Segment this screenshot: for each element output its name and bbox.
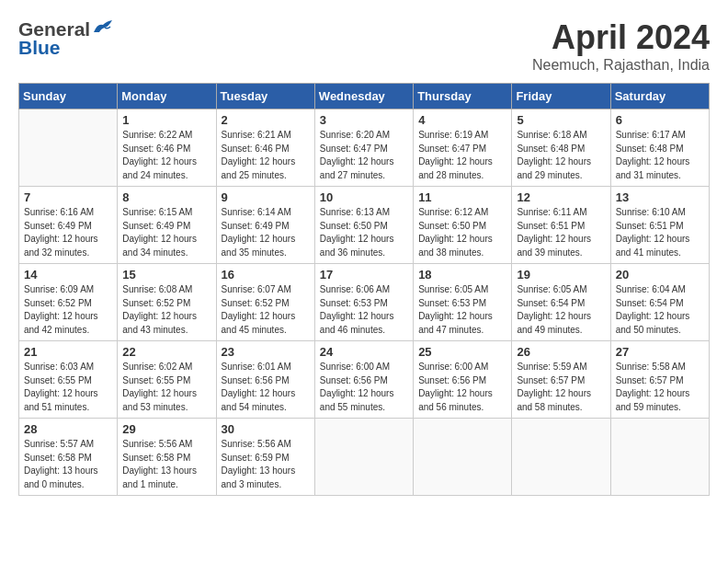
day-number: 10 [320,190,408,204]
calendar-cell: 3Sunrise: 6:20 AM Sunset: 6:47 PM Daylig… [314,109,413,187]
calendar-cell: 18Sunrise: 6:05 AM Sunset: 6:53 PM Dayli… [414,264,512,341]
calendar-cell: 25Sunrise: 6:00 AM Sunset: 6:56 PM Dayli… [414,341,512,419]
day-number: 13 [616,190,704,204]
day-info: Sunrise: 6:12 AM Sunset: 6:50 PM Dayligh… [418,206,506,259]
day-info: Sunrise: 6:21 AM Sunset: 6:46 PM Dayligh… [222,129,310,182]
column-header-wednesday: Wednesday [314,84,413,109]
day-info: Sunrise: 6:00 AM Sunset: 6:56 PM Dayligh… [418,361,506,414]
week-row-5: 28Sunrise: 5:57 AM Sunset: 6:58 PM Dayli… [19,419,710,496]
day-info: Sunrise: 6:14 AM Sunset: 6:49 PM Dayligh… [222,206,310,259]
week-row-4: 21Sunrise: 6:03 AM Sunset: 6:55 PM Dayli… [19,341,710,419]
calendar-header-row: SundayMondayTuesdayWednesdayThursdayFrid… [19,84,710,109]
day-number: 14 [24,268,112,282]
day-info: Sunrise: 6:05 AM Sunset: 6:53 PM Dayligh… [418,283,506,337]
calendar-cell: 16Sunrise: 6:07 AM Sunset: 6:52 PM Dayli… [216,264,314,341]
day-number: 9 [222,190,310,204]
day-number: 18 [418,268,506,282]
week-row-2: 7Sunrise: 6:16 AM Sunset: 6:49 PM Daylig… [19,187,710,264]
day-info: Sunrise: 6:04 AM Sunset: 6:54 PM Dayligh… [616,283,704,337]
week-row-1: 1Sunrise: 6:22 AM Sunset: 6:46 PM Daylig… [19,109,710,187]
calendar-cell: 24Sunrise: 6:00 AM Sunset: 6:56 PM Dayli… [314,341,413,419]
day-number: 15 [122,268,210,282]
calendar-cell [414,419,512,496]
calendar-cell: 2Sunrise: 6:21 AM Sunset: 6:46 PM Daylig… [216,109,314,187]
day-number: 19 [517,268,605,282]
day-number: 29 [122,422,210,436]
day-number: 16 [222,268,310,282]
calendar-cell: 20Sunrise: 6:04 AM Sunset: 6:54 PM Dayli… [610,264,709,341]
day-number: 30 [222,422,310,436]
calendar-cell: 29Sunrise: 5:56 AM Sunset: 6:58 PM Dayli… [118,419,216,496]
calendar-cell [314,419,413,496]
day-number: 1 [122,113,210,127]
logo-bird-icon [92,19,112,36]
calendar-cell: 13Sunrise: 6:10 AM Sunset: 6:51 PM Dayli… [610,187,709,264]
day-number: 22 [122,345,210,359]
day-info: Sunrise: 6:13 AM Sunset: 6:50 PM Dayligh… [320,206,408,259]
day-number: 4 [418,113,506,127]
calendar-cell: 14Sunrise: 6:09 AM Sunset: 6:52 PM Dayli… [19,264,118,341]
day-number: 24 [320,345,408,359]
day-number: 27 [616,345,704,359]
calendar-cell [512,419,610,496]
day-number: 7 [24,190,112,204]
day-info: Sunrise: 6:07 AM Sunset: 6:52 PM Dayligh… [222,283,310,337]
day-info: Sunrise: 6:01 AM Sunset: 6:56 PM Dayligh… [222,361,310,414]
column-header-saturday: Saturday [610,84,709,109]
column-header-friday: Friday [512,84,610,109]
calendar-cell: 27Sunrise: 5:58 AM Sunset: 6:57 PM Dayli… [610,341,709,419]
day-number: 28 [24,422,112,436]
day-info: Sunrise: 6:22 AM Sunset: 6:46 PM Dayligh… [122,129,210,182]
column-header-sunday: Sunday [19,84,118,109]
calendar-cell: 15Sunrise: 6:08 AM Sunset: 6:52 PM Dayli… [118,264,216,341]
day-info: Sunrise: 6:08 AM Sunset: 6:52 PM Dayligh… [122,283,210,337]
calendar-cell: 7Sunrise: 6:16 AM Sunset: 6:49 PM Daylig… [19,187,118,264]
calendar-cell [19,109,118,187]
day-info: Sunrise: 6:02 AM Sunset: 6:55 PM Dayligh… [122,361,210,414]
calendar-cell: 8Sunrise: 6:15 AM Sunset: 6:49 PM Daylig… [118,187,216,264]
day-info: Sunrise: 6:11 AM Sunset: 6:51 PM Dayligh… [517,206,605,259]
calendar-cell: 6Sunrise: 6:17 AM Sunset: 6:48 PM Daylig… [610,109,709,187]
calendar-cell: 9Sunrise: 6:14 AM Sunset: 6:49 PM Daylig… [216,187,314,264]
day-info: Sunrise: 6:09 AM Sunset: 6:52 PM Dayligh… [24,283,112,337]
day-info: Sunrise: 5:56 AM Sunset: 6:59 PM Dayligh… [222,438,310,491]
calendar-cell: 17Sunrise: 6:06 AM Sunset: 6:53 PM Dayli… [314,264,413,341]
day-info: Sunrise: 6:18 AM Sunset: 6:48 PM Dayligh… [517,129,605,182]
day-info: Sunrise: 6:17 AM Sunset: 6:48 PM Dayligh… [616,129,704,182]
day-info: Sunrise: 6:16 AM Sunset: 6:49 PM Dayligh… [24,206,112,259]
title-block: April 2024 Neemuch, Rajasthan, India [532,18,710,74]
calendar-subtitle: Neemuch, Rajasthan, India [532,57,710,74]
day-info: Sunrise: 5:56 AM Sunset: 6:58 PM Dayligh… [122,438,210,491]
day-number: 12 [517,190,605,204]
day-info: Sunrise: 6:19 AM Sunset: 6:47 PM Dayligh… [418,129,506,182]
day-info: Sunrise: 5:57 AM Sunset: 6:58 PM Dayligh… [24,438,112,491]
calendar-cell: 28Sunrise: 5:57 AM Sunset: 6:58 PM Dayli… [19,419,118,496]
day-number: 11 [418,190,506,204]
day-info: Sunrise: 6:00 AM Sunset: 6:56 PM Dayligh… [320,361,408,414]
day-info: Sunrise: 6:20 AM Sunset: 6:47 PM Dayligh… [320,129,408,182]
day-number: 21 [24,345,112,359]
logo: General Blue [18,18,112,59]
logo-blue: Blue [18,37,61,59]
calendar-title: April 2024 [532,18,710,57]
column-header-thursday: Thursday [414,84,512,109]
calendar-cell [610,419,709,496]
calendar-cell: 5Sunrise: 6:18 AM Sunset: 6:48 PM Daylig… [512,109,610,187]
day-number: 17 [320,268,408,282]
column-header-monday: Monday [118,84,216,109]
day-number: 20 [616,268,704,282]
day-info: Sunrise: 6:10 AM Sunset: 6:51 PM Dayligh… [616,206,704,259]
calendar-cell: 21Sunrise: 6:03 AM Sunset: 6:55 PM Dayli… [19,341,118,419]
calendar-cell: 26Sunrise: 5:59 AM Sunset: 6:57 PM Dayli… [512,341,610,419]
calendar-cell: 10Sunrise: 6:13 AM Sunset: 6:50 PM Dayli… [314,187,413,264]
calendar-cell: 11Sunrise: 6:12 AM Sunset: 6:50 PM Dayli… [414,187,512,264]
page-header: General Blue April 2024 Neemuch, Rajasth… [18,18,710,74]
day-number: 5 [517,113,605,127]
day-number: 3 [320,113,408,127]
calendar-table: SundayMondayTuesdayWednesdayThursdayFrid… [18,83,710,496]
day-number: 23 [222,345,310,359]
day-info: Sunrise: 6:15 AM Sunset: 6:49 PM Dayligh… [122,206,210,259]
calendar-cell: 19Sunrise: 6:05 AM Sunset: 6:54 PM Dayli… [512,264,610,341]
calendar-cell: 4Sunrise: 6:19 AM Sunset: 6:47 PM Daylig… [414,109,512,187]
day-info: Sunrise: 6:03 AM Sunset: 6:55 PM Dayligh… [24,361,112,414]
